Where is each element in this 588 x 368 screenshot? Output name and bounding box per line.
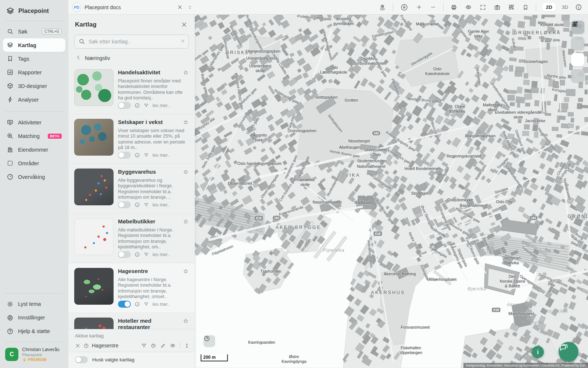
- filter-icon[interactable]: [144, 252, 149, 257]
- basemap-pin-icon[interactable]: [378, 3, 387, 11]
- map-viewport[interactable]: Professor Dahls gateKristelig gymnasiumM…: [195, 15, 588, 368]
- palette-icon[interactable]: [151, 343, 156, 348]
- sidebar-item-kartlag[interactable]: Kartlag: [3, 38, 65, 52]
- breadcrumb-back[interactable]: Næringsliv: [68, 50, 195, 64]
- info-icon[interactable]: [574, 3, 583, 11]
- brand[interactable]: Placepoint: [0, 0, 68, 21]
- layer-toggle[interactable]: [118, 251, 131, 258]
- map-label: Nasjonalmuseet: [313, 200, 342, 205]
- statistics-button[interactable]: [571, 53, 584, 66]
- map-help-button[interactable]: [204, 335, 215, 347]
- read-more-link[interactable]: les mer..: [153, 103, 170, 108]
- star-icon[interactable]: [183, 70, 189, 77]
- zoom-out-icon[interactable]: [429, 3, 437, 11]
- sidebar-item-analyser[interactable]: Analyser: [3, 93, 65, 106]
- search-icon: [78, 38, 85, 46]
- sidebar-item-hjelp[interactable]: Hjelp & støtte: [3, 325, 65, 338]
- travel-time-button[interactable]: [571, 69, 584, 82]
- sidebar-item-tags[interactable]: Tags: [3, 52, 65, 66]
- area-icon: [7, 160, 14, 167]
- screenshot-icon[interactable]: [493, 3, 501, 11]
- layer-card[interactable]: HandelsaktivitetPlacepoint finner område…: [68, 64, 195, 114]
- filter-icon[interactable]: [144, 103, 149, 108]
- sidebar-item-lyst-tema[interactable]: Lyst tema: [3, 297, 65, 311]
- measure-button[interactable]: [571, 37, 584, 50]
- layer-toggle[interactable]: [118, 201, 131, 208]
- layer-card[interactable]: Hoteller med restauranterAlle hoteller m…: [68, 313, 195, 329]
- layer-toggle[interactable]: [118, 102, 131, 109]
- star-icon[interactable]: [183, 119, 189, 127]
- star-icon[interactable]: [183, 268, 189, 276]
- print-icon[interactable]: [450, 3, 458, 11]
- layers-icon: [7, 42, 14, 49]
- project-updown-icon[interactable]: [187, 4, 193, 11]
- sidebar-item-innstillinger[interactable]: Innstillinger: [3, 311, 65, 325]
- visibility-icon[interactable]: [464, 3, 473, 11]
- sidebar-item-matching[interactable]: MatchingBETA: [3, 129, 65, 143]
- map-info-button[interactable]: i: [532, 346, 544, 358]
- info-icon[interactable]: [135, 103, 140, 108]
- beta-badge: BETA: [48, 134, 62, 139]
- filter-icon[interactable]: [141, 343, 147, 348]
- zoom-in-icon[interactable]: [415, 3, 423, 11]
- info-icon[interactable]: [135, 252, 140, 257]
- bookmark-icon[interactable]: [521, 3, 530, 11]
- info-icon[interactable]: [135, 152, 140, 158]
- info-icon[interactable]: [135, 202, 140, 208]
- compass-icon[interactable]: N: [399, 3, 409, 12]
- map-label: Skippergata: [456, 248, 468, 267]
- road-shield: 162: [372, 131, 380, 135]
- sidebar-item-sok[interactable]: SøkCTRL+G: [3, 25, 65, 38]
- layer-card[interactable]: ByggevarehusAlle byggevarehus og byggeva…: [68, 164, 195, 213]
- sidebar-item-omrader[interactable]: Områder: [3, 156, 65, 170]
- star-icon[interactable]: [183, 318, 189, 326]
- project-switcher[interactable]: PD Placepoint docs: [72, 3, 193, 12]
- read-more-link[interactable]: les mer..: [153, 302, 170, 307]
- chevron-left-icon: [75, 54, 82, 61]
- panel-close-icon[interactable]: [180, 21, 188, 29]
- filter-icon[interactable]: [144, 302, 149, 307]
- map-label: Hausmanns gate: [537, 127, 557, 152]
- active-layer-tools: [141, 343, 190, 348]
- view-3d-button[interactable]: 3D: [562, 4, 568, 10]
- sidebar-item-eiendommer[interactable]: Eiendommer: [3, 143, 65, 156]
- star-icon[interactable]: [183, 219, 189, 226]
- reorder-icon[interactable]: [184, 343, 190, 348]
- map-label: Oslo Lærerhøgskole: [320, 65, 347, 75]
- map-label: Basarhallene: [460, 203, 483, 208]
- read-more-link[interactable]: les mer..: [153, 252, 170, 257]
- layer-toggle[interactable]: [118, 301, 131, 308]
- search-clear-icon[interactable]: [180, 38, 185, 45]
- sidebar-item-aktiviteter[interactable]: Aktiviteter: [3, 116, 65, 129]
- remember-layers-toggle[interactable]: [75, 356, 88, 363]
- star-icon[interactable]: [183, 169, 189, 177]
- map-label: Elvebakken videregående skole: [495, 110, 542, 120]
- layer-card[interactable]: Selskaper i vekstViser selskaper som vok…: [68, 114, 195, 164]
- sidebar-item-3d-designer[interactable]: 3D-designer: [3, 79, 65, 93]
- layer-card[interactable]: HagesentreAlle hagesentre i Norge. Regis…: [68, 263, 195, 313]
- project-close-icon[interactable]: [176, 4, 183, 11]
- user-profile[interactable]: C Christian Løverås Placepoint PREMIUM: [0, 342, 68, 368]
- layer-search-input[interactable]: [74, 35, 189, 49]
- fullscreen-icon[interactable]: [479, 3, 487, 11]
- remove-layer-icon[interactable]: [75, 343, 80, 348]
- layer-toggle[interactable]: [118, 152, 131, 159]
- layer-title: Møbelbutikker: [118, 218, 155, 224]
- layer-help-icon[interactable]: [83, 343, 89, 348]
- sidebar-item-rapporter[interactable]: Rapporter: [3, 66, 65, 79]
- visibility-icon[interactable]: [170, 343, 176, 348]
- edit-icon[interactable]: [160, 343, 166, 348]
- filter-icon[interactable]: [144, 153, 149, 158]
- layer-card[interactable]: MøbelbutikkerAlle møbelbutikker i Norge.…: [68, 213, 195, 263]
- filter-icon[interactable]: [144, 202, 149, 208]
- sidebar-item-overvaking[interactable]: Overvåking: [3, 170, 65, 184]
- qr-code-icon[interactable]: [508, 3, 515, 11]
- view-2d-button[interactable]: 2D: [542, 3, 555, 11]
- info-icon[interactable]: [135, 301, 140, 307]
- chat-button[interactable]: [559, 342, 578, 362]
- map-label: Korsgata: [552, 87, 567, 93]
- map-label: Slottsparken: [315, 95, 337, 100]
- map-label: Vulkan: [510, 38, 517, 49]
- read-more-link[interactable]: les mer..: [153, 153, 170, 158]
- read-more-link[interactable]: les mer..: [153, 202, 170, 208]
